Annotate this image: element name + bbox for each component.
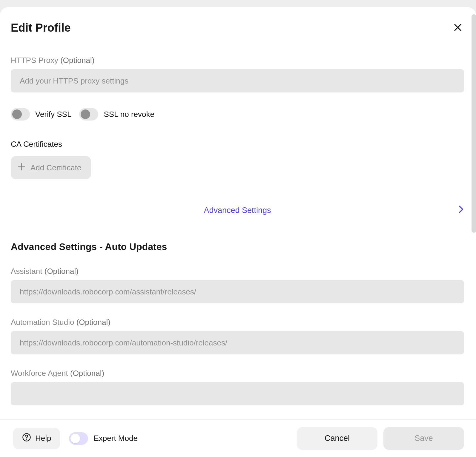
label-text: Assistant (11, 267, 42, 276)
label-optional: (Optional) (76, 318, 110, 327)
automation-studio-label: Automation Studio (Optional) (11, 318, 464, 327)
expert-mode-toggle[interactable] (69, 432, 88, 445)
add-certificate-label: Add Certificate (30, 163, 82, 172)
save-button[interactable]: Save (383, 427, 464, 450)
ca-certificates-heading: CA Certificates (11, 140, 464, 149)
page-title: Edit Profile (11, 21, 71, 34)
label-text: Workforce Agent (11, 369, 68, 378)
automation-studio-input[interactable] (11, 331, 464, 354)
edit-profile-modal: Edit Profile HTTPS Proxy (Optional) Veri… (0, 7, 476, 457)
add-certificate-button[interactable]: Add Certificate (11, 156, 91, 179)
help-label: Help (35, 434, 51, 443)
plus-icon (17, 162, 26, 174)
scrollbar[interactable] (472, 14, 476, 233)
label-optional: (Optional) (70, 369, 104, 378)
ssl-no-revoke-label: SSL no revoke (104, 110, 154, 119)
https-proxy-label: HTTPS Proxy (Optional) (11, 56, 464, 65)
ssl-toggle-row: Verify SSL SSL no revoke (11, 108, 464, 121)
label-optional: (Optional) (60, 56, 94, 65)
label-text: Automation Studio (11, 318, 74, 327)
label-text: HTTPS Proxy (11, 56, 58, 65)
verify-ssl-label: Verify SSL (35, 110, 71, 119)
svg-point-5 (26, 439, 27, 440)
assistant-label: Assistant (Optional) (11, 267, 464, 276)
https-proxy-input[interactable] (11, 69, 464, 92)
verify-ssl-toggle[interactable] (11, 108, 30, 121)
expert-mode-wrap: Expert Mode (69, 432, 137, 445)
help-button[interactable]: Help (13, 428, 60, 449)
modal-body: HTTPS Proxy (Optional) Verify SSL SSL no… (0, 41, 476, 419)
auto-updates-section-title: Advanced Settings - Auto Updates (11, 241, 464, 252)
ssl-no-revoke-toggle[interactable] (79, 108, 98, 121)
assistant-input[interactable] (11, 280, 464, 303)
workforce-agent-label: Workforce Agent (Optional) (11, 369, 464, 378)
close-icon (453, 23, 462, 33)
workforce-agent-input[interactable] (11, 382, 464, 405)
expert-mode-label: Expert Mode (93, 434, 137, 443)
close-button[interactable] (452, 22, 464, 34)
advanced-settings-text: Advanced Settings (204, 206, 271, 215)
label-optional: (Optional) (44, 267, 79, 276)
chevron-right-icon (458, 206, 464, 215)
cancel-button[interactable]: Cancel (297, 427, 377, 450)
modal-footer: Help Expert Mode Cancel Save (0, 419, 476, 457)
help-icon (22, 433, 31, 444)
modal-header: Edit Profile (0, 7, 476, 41)
advanced-settings-link[interactable]: Advanced Settings (11, 203, 464, 217)
